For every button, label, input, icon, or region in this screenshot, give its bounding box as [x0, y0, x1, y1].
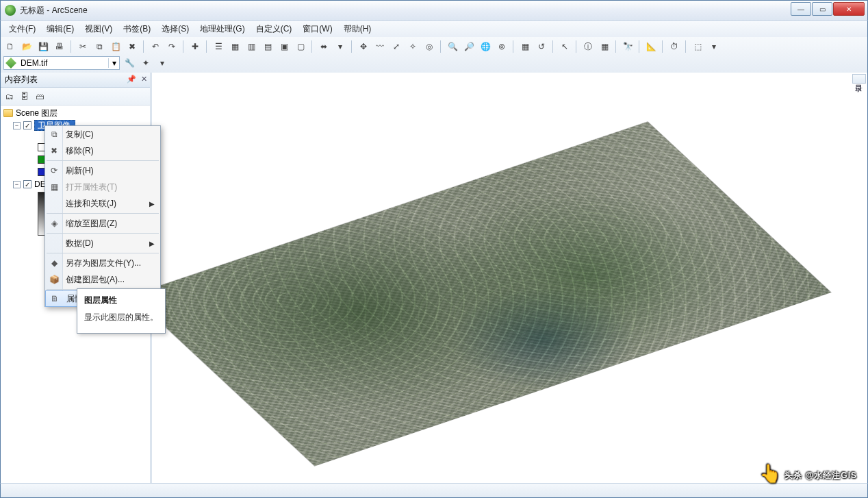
scene-viewport[interactable]: 目录 [152, 73, 867, 483]
search-window-icon[interactable]: ▥ [244, 40, 258, 53]
cm-separator [47, 160, 159, 161]
table-icon[interactable]: ▦ [598, 40, 611, 53]
list-by-source-icon[interactable]: 🗄 [18, 90, 31, 103]
status-bar [0, 483, 868, 498]
hand-icon: 👆 [759, 463, 782, 484]
watermark-text: 头杀 @水经注GIS [784, 471, 857, 480]
open-icon[interactable]: 📂 [20, 40, 34, 53]
zoom-in-out-icon[interactable]: ⤢ [390, 40, 403, 53]
root-label: Scene 图层 [16, 108, 58, 119]
cm-create-package[interactable]: 📦创建图层包(A)... [45, 271, 160, 288]
dropdown-icon[interactable]: ▾ [333, 40, 347, 53]
cm-joins[interactable]: 连接和关联(J)▶ [45, 195, 160, 212]
swipe-icon[interactable]: ▾ [155, 56, 169, 70]
cm-data[interactable]: 数据(D)▶ [45, 235, 160, 251]
add-data-icon[interactable]: ✚ [188, 40, 202, 53]
close-icon[interactable]: ✕ [141, 75, 147, 84]
collapse-icon[interactable]: − [13, 122, 21, 129]
delete-icon[interactable]: ✖ [125, 40, 139, 53]
close-button[interactable]: ✕ [833, 2, 865, 16]
list-by-drawing-icon[interactable]: 🗂 [3, 90, 16, 103]
center-icon[interactable]: ✧ [406, 40, 420, 53]
new-icon[interactable]: 🗋 [3, 40, 17, 53]
cm-refresh[interactable]: ⟳刷新(H) [45, 162, 160, 179]
cm-zoom-layer[interactable]: ◈缩放至图层(Z) [45, 215, 160, 232]
pin-icon[interactable]: 📌 [127, 75, 136, 84]
cm-copy[interactable]: ⧉复制(C) [45, 126, 160, 142]
zoom-out-icon[interactable]: 🔎 [462, 40, 476, 53]
list-by-selection-icon[interactable]: 🗃 [34, 90, 46, 103]
source-icon[interactable]: 🔧 [123, 56, 136, 70]
toolbar-separator [311, 40, 313, 53]
python-icon[interactable]: ▣ [277, 40, 291, 53]
maximize-button[interactable]: ▭ [812, 2, 832, 16]
menu-geoprocessing[interactable]: 地理处理(G) [194, 22, 250, 36]
menu-select[interactable]: 选择(S) [156, 22, 194, 36]
menu-file[interactable]: 文件(F) [3, 22, 41, 36]
toolbar-separator [143, 40, 144, 53]
window-controls: — ▭ ✕ [791, 2, 865, 16]
terrain-surface [152, 122, 831, 466]
target-icon[interactable]: ◎ [422, 40, 436, 53]
catalog-icon[interactable]: ▦ [228, 40, 242, 53]
chevron-down-icon[interactable]: ▾ [108, 58, 119, 68]
select-arrow-icon[interactable]: ↖ [558, 40, 572, 53]
toolbar-separator [440, 40, 442, 53]
toolbar-separator [685, 40, 687, 53]
pan-icon[interactable]: ✥ [357, 40, 370, 53]
full-extent-icon[interactable]: 🌐 [478, 40, 492, 53]
find-icon[interactable]: 🔭 [621, 40, 635, 53]
toc-icon[interactable]: ☰ [212, 40, 225, 53]
refresh-icon: ⟳ [48, 166, 60, 175]
identify-icon[interactable]: ⓘ [581, 40, 595, 53]
redo-icon[interactable]: ↷ [165, 40, 179, 53]
toolbar-separator [206, 40, 207, 53]
menu-windows[interactable]: 窗口(W) [297, 22, 337, 36]
cm-save-as-layer[interactable]: ◆另存为图层文件(Y)... [45, 255, 160, 271]
menu-edit[interactable]: 编辑(E) [41, 22, 79, 36]
cm-separator [47, 253, 159, 253]
cm-remove[interactable]: ✖移除(R) [45, 142, 160, 159]
fly-icon[interactable]: 〰 [373, 40, 387, 53]
tooltip: 图层属性 显示此图层的属性。 [77, 288, 166, 334]
minimize-button[interactable]: — [791, 2, 811, 16]
effects-icon[interactable]: ✦ [139, 56, 153, 70]
collapse-icon[interactable]: − [13, 181, 21, 188]
chevron-right-icon: ▶ [149, 200, 155, 208]
cut-icon[interactable]: ✂ [76, 40, 90, 53]
toolbar-separator [615, 40, 617, 53]
cm-separator [47, 233, 159, 234]
save-layer-icon: ◆ [48, 258, 60, 268]
menu-customize[interactable]: 自定义(C) [251, 22, 298, 36]
tree-root[interactable]: Scene 图层 [3, 107, 147, 119]
menu-help[interactable]: 帮助(H) [338, 22, 377, 36]
time-icon[interactable]: ⏱ [667, 40, 681, 53]
toc-title: 内容列表 [5, 74, 38, 86]
copy-icon[interactable]: ⧉ [92, 40, 106, 53]
paste-icon[interactable]: 📋 [109, 40, 123, 53]
layer-checkbox[interactable]: ✓ [23, 180, 31, 188]
ortho-icon[interactable]: ▦ [518, 40, 532, 53]
cube-icon[interactable]: ⬚ [691, 40, 704, 53]
app-icon [5, 5, 16, 16]
menu-view[interactable]: 视图(V) [79, 22, 118, 36]
restore-icon[interactable]: ↺ [535, 40, 548, 53]
toolbar-area: 🗋 📂 💾 🖶 ✂ ⧉ 📋 ✖ ↶ ↷ ✚ ☰ ▦ ▥ ▤ ▣ ▢ ⬌ ▾ ✥ … [0, 37, 868, 73]
undo-icon[interactable]: ↶ [149, 40, 162, 53]
toc-tools: 🗂 🗄 🗃 [1, 88, 150, 105]
print-icon[interactable]: 🖶 [53, 40, 66, 53]
chevron-right-icon: ▶ [149, 240, 155, 247]
layer-checkbox[interactable]: ✓ [23, 121, 31, 129]
measure-icon[interactable]: 📐 [644, 40, 658, 53]
model-icon[interactable]: ▢ [294, 40, 307, 53]
menu-bar: 文件(F) 编辑(E) 视图(V) 书签(B) 选择(S) 地理处理(G) 自定… [0, 21, 868, 37]
menu-bookmarks[interactable]: 书签(B) [118, 22, 156, 36]
save-icon[interactable]: 💾 [36, 40, 50, 53]
layer-dropdown[interactable]: DEM.tif ▾ [3, 56, 120, 70]
catalog-side-tab[interactable]: 目录 [852, 74, 866, 84]
zoom-in-icon[interactable]: 🔍 [446, 40, 459, 53]
toolbox-icon[interactable]: ▤ [261, 40, 275, 53]
dropdown2-icon[interactable]: ▾ [707, 40, 721, 53]
navigate-icon[interactable]: ⬌ [317, 40, 331, 53]
globe-icon[interactable]: ⊚ [495, 40, 509, 53]
